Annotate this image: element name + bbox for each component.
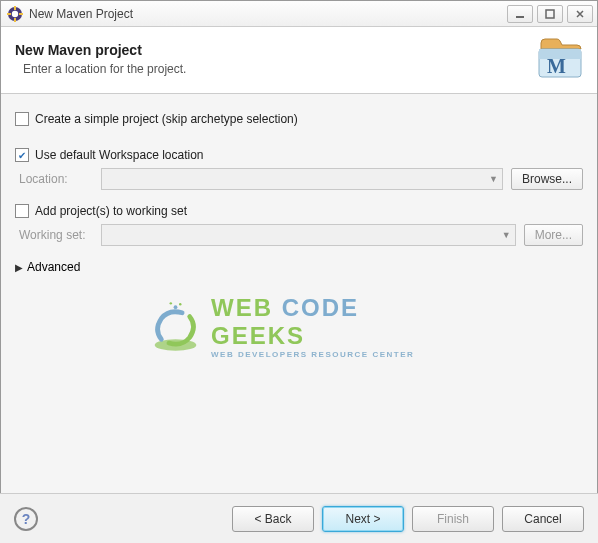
svg-rect-2 <box>14 6 16 10</box>
titlebar: New Maven Project <box>1 1 597 27</box>
location-combo[interactable]: ▼ <box>101 168 503 190</box>
maximize-button[interactable] <box>537 5 563 23</box>
location-label: Location: <box>19 172 93 186</box>
minimize-button[interactable] <box>507 5 533 23</box>
svg-point-14 <box>179 303 181 305</box>
use-default-row: ✔ Use default Workspace location <box>15 148 583 162</box>
simple-project-label: Create a simple project (skip archetype … <box>35 112 298 126</box>
simple-project-row: Create a simple project (skip archetype … <box>15 112 583 126</box>
watermark-text-2: WEB DEVELOPERS RESOURCE CENTER <box>211 350 448 359</box>
advanced-label: Advanced <box>27 260 80 274</box>
watermark-logo: WEB CODE GEEKS WEB DEVELOPERS RESOURCE C… <box>150 294 448 359</box>
svg-rect-6 <box>516 16 524 18</box>
working-set-checkbox[interactable] <box>15 204 29 218</box>
window-title: New Maven Project <box>29 7 507 21</box>
simple-project-checkbox[interactable] <box>15 112 29 126</box>
window-buttons <box>507 5 593 23</box>
help-icon[interactable]: ? <box>14 507 38 531</box>
svg-rect-7 <box>546 10 554 18</box>
watermark-text-1a: WEB <box>211 294 282 321</box>
close-button[interactable] <box>567 5 593 23</box>
wizard-content: Create a simple project (skip archetype … <box>1 94 597 524</box>
svg-rect-4 <box>7 13 11 15</box>
working-set-row: Working set: ▼ More... <box>19 224 583 246</box>
wizard-footer: ? < Back Next > Finish Cancel <box>0 493 598 543</box>
watermark-text-1b: CODE <box>282 294 359 321</box>
chevron-down-icon: ▼ <box>489 174 498 184</box>
chevron-down-icon: ▼ <box>502 230 511 240</box>
app-icon <box>7 6 23 22</box>
finish-button[interactable]: Finish <box>412 506 494 532</box>
svg-rect-5 <box>19 13 23 15</box>
use-default-checkbox[interactable]: ✔ <box>15 148 29 162</box>
more-button[interactable]: More... <box>524 224 583 246</box>
svg-point-13 <box>170 302 172 304</box>
wizard-header: New Maven project Enter a location for t… <box>1 27 597 94</box>
cancel-button[interactable]: Cancel <box>502 506 584 532</box>
working-set-combo: ▼ <box>101 224 516 246</box>
working-set-checkbox-row: Add project(s) to working set <box>15 204 583 218</box>
working-set-label: Working set: <box>19 228 93 242</box>
use-default-label: Use default Workspace location <box>35 148 204 162</box>
browse-button[interactable]: Browse... <box>511 168 583 190</box>
next-button[interactable]: Next > <box>322 506 404 532</box>
back-button[interactable]: < Back <box>232 506 314 532</box>
svg-rect-3 <box>14 18 16 22</box>
svg-point-12 <box>174 305 178 309</box>
working-set-checkbox-label: Add project(s) to working set <box>35 204 187 218</box>
page-title: New Maven project <box>15 42 535 58</box>
svg-point-1 <box>12 10 18 16</box>
page-subtitle: Enter a location for the project. <box>15 62 535 76</box>
expand-icon: ▶ <box>15 262 23 273</box>
svg-point-11 <box>155 339 197 350</box>
location-row: Location: ▼ Browse... <box>19 168 583 190</box>
maven-icon: M <box>535 37 583 81</box>
watermark-text-1c: GEEKS <box>211 322 305 349</box>
svg-text:M: M <box>547 55 566 77</box>
advanced-toggle[interactable]: ▶ Advanced <box>15 260 583 274</box>
